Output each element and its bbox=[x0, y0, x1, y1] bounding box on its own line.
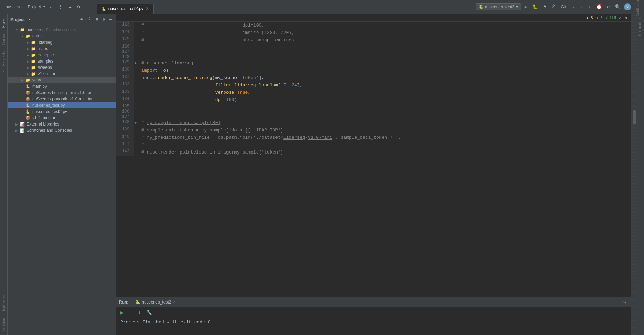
tree-item-mainpy[interactable]: 🐍 main.py bbox=[8, 83, 116, 90]
sidebar-item-structure[interactable]: Structure bbox=[1, 315, 6, 335]
tree-item-samples[interactable]: ▶ 📁 samples bbox=[8, 58, 116, 64]
git-check2-icon[interactable]: ✓ bbox=[579, 3, 584, 10]
tree-item-lidarseg[interactable]: ▶ 📁 lidarseg bbox=[8, 39, 116, 45]
avatar-icon[interactable]: U bbox=[624, 3, 631, 10]
line-fold-137 bbox=[134, 114, 139, 119]
tree-item-panoptic-tar[interactable]: 📦 nuScenes-panoptic-v1.0-mini.tar bbox=[8, 96, 116, 102]
tree-root-label: nuscenes bbox=[27, 27, 44, 32]
panel-expand-all-icon[interactable]: ⊞ bbox=[94, 16, 99, 23]
right-tab-notifications[interactable]: Notifications bbox=[638, 17, 642, 36]
git-push-icon[interactable]: ↑ bbox=[587, 3, 592, 10]
notifications-label[interactable]: Notifications bbox=[636, 0, 640, 16]
panel-locate-icon[interactable]: ⊕ bbox=[79, 16, 84, 23]
ok-badge[interactable]: ✓ 118 bbox=[606, 15, 616, 20]
debug-button[interactable]: 🐛 bbox=[531, 3, 540, 10]
run-config-selector[interactable]: 🐍 nuscenes_test2 ▾ bbox=[476, 3, 521, 10]
tree-item-v10mini[interactable]: ▶ 📁 v1.0-mini bbox=[8, 71, 116, 77]
line-content-139: # sample_data_token = my_sample['data'][… bbox=[139, 127, 631, 134]
search-top-icon[interactable]: 🔍 bbox=[613, 3, 622, 10]
tree-label-ext-libs: External Libraries bbox=[27, 122, 59, 127]
editor-tab-active[interactable]: 🐍 nuscenes_test2.py ✕ bbox=[97, 4, 154, 14]
tree-item-lidarseg-tar[interactable]: 📦 nuScenes-lidarseg-mini-v1.0.tar bbox=[8, 90, 116, 96]
main-layout: Project Commit Pull Requests Bookmarks S… bbox=[0, 14, 644, 335]
panoptic-folder-icon: 📁 bbox=[31, 52, 36, 58]
line-content-142: # nusc.render_pointcloud_in_image(my_sam… bbox=[139, 149, 631, 156]
tree-item-venv[interactable]: ▶ 📁 venv bbox=[8, 77, 116, 83]
line-fold-133 bbox=[134, 89, 139, 96]
panoptic-arrow: ▶ bbox=[26, 53, 30, 57]
line-num-134: 134 bbox=[116, 96, 134, 104]
tree-item-dataset[interactable]: ▾ 📁 dataset bbox=[8, 33, 116, 39]
sweeps-folder-icon: 📁 bbox=[31, 65, 36, 70]
line-content-127 bbox=[139, 49, 631, 54]
profile-button[interactable]: ⏱ bbox=[550, 3, 558, 10]
tree-item-sweeps[interactable]: ▶ 📁 sweeps bbox=[8, 64, 116, 71]
tree-item-ext-libs[interactable]: ▶ 📊 External Libraries bbox=[8, 121, 116, 127]
git-check-icon[interactable]: ✓ bbox=[571, 3, 576, 10]
tree-item-panoptic[interactable]: ▶ 📁 panoptic bbox=[8, 52, 116, 58]
run-play-icon[interactable]: ▶ bbox=[119, 308, 125, 317]
code-line-128: 128 bbox=[116, 54, 631, 59]
minimize-icon[interactable]: ─ bbox=[84, 3, 90, 10]
flatten-icon[interactable]: ≡ bbox=[67, 3, 73, 10]
run-tab[interactable]: 🐍 nuscenes_test2 ✕ bbox=[135, 300, 176, 305]
tree-label-mainpy: main.py bbox=[32, 84, 47, 89]
code-line-135: 135 bbox=[116, 104, 631, 109]
run-settings-icon[interactable]: ⚙ bbox=[622, 298, 628, 306]
git-history-icon[interactable]: ⏰ bbox=[595, 3, 603, 10]
sidebar-item-commit[interactable]: Commit bbox=[1, 30, 6, 48]
line-fold-129[interactable]: ▶ bbox=[134, 59, 139, 67]
scroll-indicator[interactable] bbox=[631, 14, 636, 335]
editor-top-info: ▲ 3 ▲ 3 ✓ 118 ∧ ∨ bbox=[116, 14, 631, 22]
line-content-138: # my_sample = nusc.sample[80] bbox=[139, 119, 631, 127]
git-undo-icon[interactable]: ↩ bbox=[606, 3, 611, 10]
line-num-129: 129 bbox=[116, 59, 134, 67]
v10mini-tar-arrow bbox=[20, 116, 24, 120]
line-content-131: nusc.render_scene_lidarseg(my_scene['tok… bbox=[139, 74, 631, 81]
sidebar-item-project[interactable]: Project bbox=[1, 14, 6, 30]
tree-label-samples: samples bbox=[38, 59, 54, 64]
tab-close-icon[interactable]: ✕ bbox=[146, 6, 149, 11]
tree-item-nuscenes-test[interactable]: 🐍 nuscenes_test.py bbox=[8, 102, 116, 108]
run-button[interactable]: ▶ bbox=[523, 3, 529, 10]
line-num-124: 124 bbox=[116, 29, 134, 36]
tree-item-scratches[interactable]: ▶ 📝 Scratches and Consoles bbox=[8, 127, 116, 134]
locate-icon[interactable]: ⊕ bbox=[48, 3, 54, 10]
tree-item-nuscenes-test2[interactable]: 🐍 nuscenes_test2.py bbox=[8, 108, 116, 115]
minimap-lines bbox=[631, 14, 636, 335]
run-scroll-down-icon[interactable]: ↓ bbox=[136, 309, 142, 316]
expand-warnings-up[interactable]: ∧ bbox=[619, 15, 622, 20]
tree-root-item[interactable]: ▾ 📁 nuscenes E:\code\nuscenes bbox=[8, 27, 116, 33]
line-fold-139 bbox=[134, 127, 139, 134]
coverage-button[interactable]: ⚑ bbox=[542, 3, 547, 10]
project-expand-icon[interactable]: ▾ bbox=[43, 4, 46, 9]
line-num-132: 132 bbox=[116, 81, 134, 89]
warning-badge-1[interactable]: ▲ 3 bbox=[586, 16, 593, 20]
tree-item-v10mini-tar[interactable]: 📦 v1.0-mini.tar bbox=[8, 115, 116, 121]
line-num-126: 126 bbox=[116, 44, 134, 49]
line-content-135 bbox=[139, 104, 631, 109]
line-fold-140 bbox=[134, 134, 139, 141]
settings-icon[interactable]: ⚙ bbox=[76, 3, 82, 10]
code-line-123: 123 # dpi=100, bbox=[116, 22, 631, 29]
run-wrench-icon[interactable]: 🔧 bbox=[145, 309, 154, 316]
collapse-icon[interactable]: ⋮ bbox=[57, 3, 64, 10]
sidebar-item-bookmarks[interactable]: Bookmarks bbox=[1, 292, 6, 315]
expand-warnings-down[interactable]: ∨ bbox=[625, 15, 628, 20]
nuscenes-test2-icon: 🐍 bbox=[25, 109, 31, 114]
dataset-arrow: ▾ bbox=[20, 34, 24, 38]
project-panel: Project ▾ ⊕ ⋮ ⊞ ⚙ ─ ▾ 📁 nuscenes E:\code… bbox=[8, 14, 116, 335]
panel-scroll-icon[interactable]: ⋮ bbox=[86, 16, 93, 23]
panel-minimize-icon[interactable]: ─ bbox=[108, 16, 113, 23]
code-editor[interactable]: 123 # dpi=100, 124 # imsize=(1280, 720), bbox=[116, 22, 631, 297]
tree-item-maps[interactable]: ▶ 📁 maps bbox=[8, 45, 116, 52]
run-tab-close-icon[interactable]: ✕ bbox=[173, 300, 176, 305]
panel-settings2-icon[interactable]: ⚙ bbox=[101, 16, 106, 23]
line-fold-128 bbox=[134, 54, 139, 59]
error-badge[interactable]: ▲ 3 bbox=[596, 16, 603, 20]
run-scroll-up-icon[interactable]: ↑ bbox=[128, 309, 134, 316]
line-fold-138[interactable]: ▶ bbox=[134, 119, 139, 127]
sidebar-item-pull-requests[interactable]: Pull Requests bbox=[1, 48, 6, 76]
line-num-123: 123 bbox=[116, 22, 134, 29]
line-fold-124 bbox=[134, 29, 139, 36]
